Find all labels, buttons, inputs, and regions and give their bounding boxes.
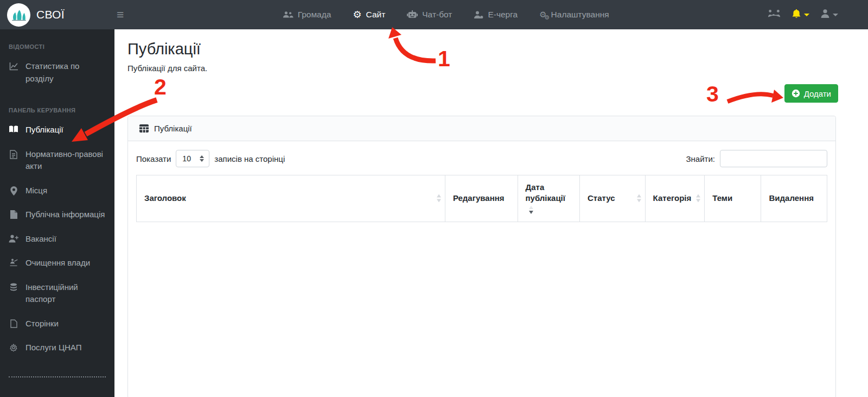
publications-card: Публікації Показати 10 записів на сторін… (127, 116, 836, 397)
search-control: Знайти: (686, 150, 827, 167)
page-title: Публікації (127, 40, 836, 58)
search-input[interactable] (720, 150, 827, 167)
sidebar: ВІДОМОСТІ Статистика по розділу ПАНЕЛЬ К… (0, 29, 114, 397)
sidebar-item-vakansii[interactable]: Вакансії (9, 227, 106, 251)
column-header-katehoriia[interactable]: Категорія (645, 175, 705, 222)
sidebar-item-label: Нормативно-правові акти (25, 148, 106, 173)
sidebar-item-label: Інвестиційний паспорт (25, 281, 106, 306)
page-length-select[interactable]: 10 (176, 150, 209, 167)
public-info-icon (9, 210, 18, 219)
user-menu-button[interactable] (820, 9, 838, 21)
book-icon (9, 125, 18, 133)
brand[interactable]: СВОЇ (0, 3, 108, 27)
sidebar-item-posluhy-tsnap[interactable]: Послуги ЦНАП (9, 336, 106, 360)
sort-icon (637, 194, 641, 203)
handshake-button[interactable] (768, 9, 781, 20)
lustration-icon (9, 259, 18, 267)
gear-icon: ⚙ (353, 10, 361, 20)
nav-item-label: Громада (298, 10, 331, 20)
sidebar-item-ochyshchennia-vlady[interactable]: Очищення влади (9, 251, 106, 275)
column-header-redahuvannia: Редагування (445, 175, 518, 222)
sort-icon (437, 194, 441, 203)
table-header-row: Заголовок Редагування Дата публікації Ст… (137, 175, 827, 222)
notifications-button[interactable] (792, 9, 809, 21)
gears-icon: ⚙⚙ (539, 11, 546, 19)
robot-icon (407, 10, 418, 19)
plus-circle-icon (792, 89, 800, 98)
page-icon (9, 319, 18, 328)
column-header-temy: Теми (705, 175, 761, 222)
svoi-logo-icon (7, 3, 30, 27)
sort-icon (696, 194, 700, 203)
page-subtitle: Публікації для сайта. (127, 64, 836, 73)
nav-item-label: Е-черга (488, 10, 518, 20)
legal-doc-icon (9, 150, 18, 159)
sidebar-item-label: Публікації (25, 124, 63, 136)
search-label: Знайти: (686, 154, 715, 163)
nav-item-chat-bot[interactable]: Чат-бот (407, 10, 452, 20)
sidebar-item-label: Вакансії (25, 233, 56, 245)
publications-table: Заголовок Редагування Дата публікації Ст… (136, 175, 827, 222)
sidebar-item-label: Очищення влади (25, 257, 90, 269)
brand-name: СВОЇ (36, 8, 65, 21)
services-icon (9, 343, 18, 352)
nav-item-nalashtuvannia[interactable]: ⚙⚙ Налаштування (539, 10, 609, 20)
sidebar-item-publichna-informatsiia[interactable]: Публічна інформація (9, 203, 106, 227)
user-plus-icon (9, 235, 18, 243)
length-suffix-label: записів на сторінці (214, 154, 285, 163)
table-icon (139, 124, 149, 133)
column-header-status[interactable]: Статус (580, 175, 646, 222)
main-navigation: Громада ⚙ Сайт Чат-бот (124, 10, 768, 20)
nav-item-label: Налаштування (551, 10, 609, 20)
sidebar-item-normatyvno-pravovi-akty[interactable]: Нормативно-правові акти (9, 142, 106, 179)
sidebar-item-label: Місця (25, 185, 47, 197)
sort-desc-icon (529, 206, 533, 214)
length-prefix-label: Показати (136, 154, 171, 163)
chart-line-icon (9, 62, 18, 71)
sidebar-item-mistsia[interactable]: Місця (9, 179, 106, 203)
card-header-title: Публікації (154, 124, 192, 133)
updown-icon (200, 155, 204, 162)
user-icon (820, 9, 830, 21)
column-header-vydalennia: Видалення (761, 175, 827, 222)
sidebar-item-storinky[interactable]: Сторінки (9, 312, 106, 336)
sidebar-item-investytsiinyi-pasport[interactable]: Інвестиційний паспорт (9, 275, 106, 312)
chevron-down-icon (833, 14, 838, 16)
sidebar-item-publikatsii[interactable]: Публікації (9, 118, 106, 142)
sidebar-item-label: Статистика по розділу (25, 60, 106, 85)
chevron-down-icon (804, 14, 809, 16)
nav-item-label: Сайт (366, 10, 386, 20)
page-length-value: 10 (182, 154, 191, 163)
sidebar-item-label: Сторінки (25, 318, 59, 330)
sidebar-item-label: Публічна інформація (25, 209, 105, 221)
column-header-data-publikatsii[interactable]: Дата публікації (518, 175, 579, 222)
nav-item-hromada[interactable]: Громада (283, 10, 331, 20)
map-pin-icon (9, 186, 18, 196)
add-button[interactable]: Додати (784, 84, 838, 103)
top-navbar: СВОЇ ≡ Громада ⚙ Сайт (0, 0, 868, 29)
bell-icon (792, 9, 801, 21)
add-button-label: Додати (804, 89, 831, 98)
sidebar-section-vidomosti: ВІДОМОСТІ (9, 43, 106, 50)
main-content: Публікації Публікації для сайта. Додати … (114, 29, 868, 397)
coins-icon (9, 283, 18, 291)
sidebar-item-statystyka[interactable]: Статистика по розділу (9, 54, 106, 91)
sidebar-divider (9, 376, 106, 377)
handshake-icon (768, 9, 781, 20)
sidebar-section-panel-keruvannia: ПАНЕЛЬ КЕРУВАННЯ (9, 107, 106, 114)
column-header-zaholovok[interactable]: Заголовок (137, 175, 445, 222)
card-header: Публікації (128, 116, 835, 141)
sidebar-toggle-hamburger-icon[interactable]: ≡ (117, 9, 124, 21)
nav-item-label: Чат-бот (422, 10, 452, 20)
page-length-control: Показати 10 записів на сторінці (136, 150, 285, 167)
navbar-right-tools (768, 9, 868, 21)
sidebar-item-label: Послуги ЦНАП (25, 342, 81, 354)
queue-person-icon (474, 11, 483, 19)
card-body: Показати 10 записів на сторінці Знайти: (128, 141, 835, 231)
nav-item-e-cherha[interactable]: Е-черга (474, 10, 518, 20)
nav-item-sait[interactable]: ⚙ Сайт (353, 10, 385, 20)
people-icon (283, 11, 293, 18)
